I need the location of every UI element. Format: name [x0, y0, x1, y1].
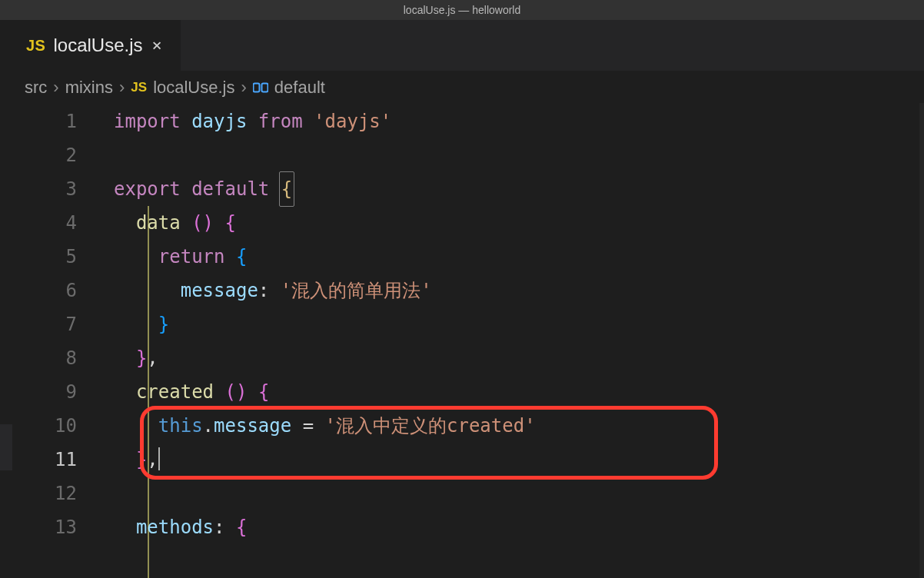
code-line[interactable]: 13 methods: {: [14, 510, 924, 544]
activity-bar: [0, 20, 15, 578]
token-punc: :: [214, 517, 224, 538]
code-line[interactable]: 3 export default {: [14, 172, 924, 206]
token-brace: {: [236, 246, 247, 267]
chevron-right-icon: ›: [119, 78, 125, 98]
token-this: this: [158, 415, 203, 437]
token-brace: }: [136, 449, 147, 470]
line-number: 12: [14, 477, 114, 510]
token-keyword: return: [158, 246, 225, 267]
line-number: 3: [14, 172, 114, 206]
editor-tabs: JS localUse.js ×: [14, 20, 924, 71]
bracket-match-box: {: [279, 171, 294, 207]
code-line[interactable]: 11 },: [14, 443, 924, 477]
breadcrumb[interactable]: src › mixins › JS localUse.js › default: [14, 71, 924, 105]
symbol-namespace-icon: [253, 81, 268, 95]
token-punc: =: [303, 415, 314, 437]
line-number: 7: [14, 307, 114, 341]
token-function: created: [136, 381, 214, 403]
line-number: 11: [14, 443, 114, 477]
code-line[interactable]: 4 data () {: [14, 206, 924, 240]
token-ident: message: [181, 280, 258, 301]
breadcrumb-item-mixins[interactable]: mixins: [65, 78, 113, 98]
tab-localuse[interactable]: JS localUse.js ×: [14, 20, 181, 71]
line-number: 5: [14, 240, 114, 274]
window-titlebar: localUse.js — helloworld: [0, 0, 924, 20]
chevron-right-icon: ›: [241, 78, 247, 98]
code-line[interactable]: 7 }: [14, 307, 924, 341]
token-punc: :: [258, 280, 269, 301]
line-number: 2: [14, 138, 114, 172]
js-file-icon: JS: [26, 37, 45, 55]
token-function: data: [136, 212, 181, 234]
token-ident: dayjs: [191, 111, 247, 132]
code-line[interactable]: 2: [14, 138, 924, 172]
token-keyword: from: [258, 111, 303, 132]
code-line[interactable]: 5 return {: [14, 240, 924, 274]
token-string: '混入的简单用法': [281, 280, 432, 301]
line-number: 1: [14, 105, 114, 138]
token-brace: {: [258, 381, 269, 403]
token-ident: message: [214, 415, 291, 437]
activity-bar-indicator: [0, 424, 12, 470]
window-title: localUse.js — helloworld: [404, 4, 521, 16]
line-number: 4: [14, 206, 114, 240]
token-string: 'dayjs': [314, 111, 391, 132]
token-brace: }: [136, 347, 147, 369]
code-line[interactable]: 10 this.message = '混入中定义的created': [14, 409, 924, 443]
svg-rect-1: [261, 84, 268, 92]
line-number: 10: [14, 409, 114, 443]
chevron-right-icon: ›: [53, 78, 58, 98]
line-number: 8: [14, 341, 114, 375]
js-file-icon: JS: [131, 80, 147, 95]
token-punc: ,: [147, 449, 158, 470]
breadcrumb-item-default[interactable]: default: [274, 78, 325, 98]
token-string: '混入中定义的created': [325, 415, 536, 437]
line-number: 9: [14, 375, 114, 409]
minimap[interactable]: [919, 103, 924, 578]
token-keyword: export: [114, 178, 181, 200]
token-paren: (): [191, 212, 214, 234]
code-line[interactable]: 8 },: [14, 341, 924, 375]
token-punc: ,: [147, 347, 158, 369]
code-line[interactable]: 12: [14, 477, 924, 510]
line-number: 6: [14, 274, 114, 307]
code-editor[interactable]: 1 import dayjs from 'dayjs' 2 3 export d…: [14, 105, 924, 544]
svg-rect-0: [253, 84, 259, 92]
breadcrumb-item-file[interactable]: localUse.js: [153, 78, 234, 98]
token-ident: methods: [136, 517, 214, 538]
token-brace: {: [225, 212, 236, 234]
text-cursor: [158, 447, 160, 470]
tab-title: localUse.js: [53, 35, 142, 56]
close-icon[interactable]: ×: [151, 35, 164, 55]
code-line[interactable]: 1 import dayjs from 'dayjs': [14, 105, 924, 138]
token-keyword: import: [114, 111, 181, 132]
line-number: 13: [14, 510, 114, 544]
token-keyword: default: [191, 178, 269, 200]
code-line[interactable]: 6 message: '混入的简单用法': [14, 274, 924, 307]
editor-area: JS localUse.js × src › mixins › JS local…: [14, 20, 924, 578]
breadcrumb-item-src[interactable]: src: [25, 78, 47, 98]
token-brace: {: [236, 517, 247, 538]
token-brace: {: [281, 178, 292, 200]
token-brace: }: [158, 314, 169, 335]
token-paren: (): [225, 381, 248, 403]
code-line[interactable]: 9 created () {: [14, 375, 924, 409]
